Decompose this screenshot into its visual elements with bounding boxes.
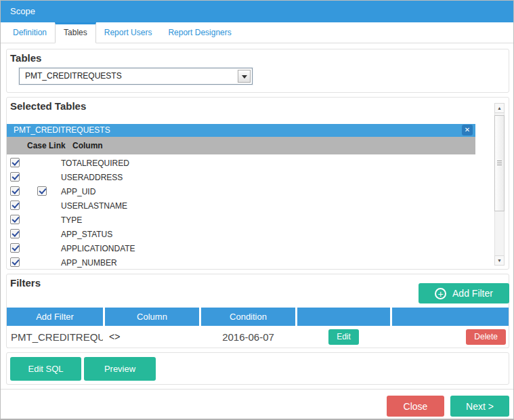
filters-section: Filters + Add Filter Add Filter Column C… <box>6 274 509 348</box>
dialog-titlebar: Scope <box>1 1 513 22</box>
case-link-checkbox[interactable] <box>37 186 47 196</box>
case-link-header: Case Link <box>27 137 66 154</box>
select-checkbox[interactable] <box>10 243 20 253</box>
column-label: USERADDRESS <box>61 173 123 182</box>
column-label: APP_STATUS <box>61 230 112 239</box>
vertical-scrollbar[interactable]: ▲ ▼ <box>494 103 505 266</box>
select-checkbox[interactable] <box>10 215 20 224</box>
edit-filter-button[interactable]: Edit <box>328 329 359 345</box>
table-row: APPLICATIONDATE <box>7 241 475 255</box>
filters-header-condition: Condition <box>201 308 295 326</box>
scroll-down-button[interactable]: ▼ <box>494 255 505 266</box>
delete-filter-button[interactable]: Delete <box>466 329 506 345</box>
table-row: TOTALREQUIRED <box>7 156 475 170</box>
edit-sql-button[interactable]: Edit SQL <box>10 357 81 381</box>
tables-dropdown-value: PMT_CREDITREQUESTS <box>25 68 122 84</box>
column-label: APP_UID <box>61 187 95 196</box>
tables-heading: Tables <box>10 52 41 64</box>
tables-dropdown-arrow-button[interactable] <box>238 70 251 83</box>
column-label: USERLASTNAME <box>61 201 127 211</box>
table-row: TYPE <box>7 213 475 227</box>
remove-table-button[interactable]: ✕ <box>462 125 473 135</box>
dialog-title: Scope <box>10 1 35 22</box>
selected-table-title: PMT_CREDITREQUESTS <box>14 124 110 137</box>
column-rows: TOTALREQUIRED USERADDRESS APP_UID USERLA… <box>7 156 475 270</box>
filters-table-header: Add Filter Column Condition <box>7 308 509 326</box>
filter-row: PMT_CREDITREQU... <> 2016-06-07 Edit Del… <box>7 326 509 348</box>
selected-table-titlebar: PMT_CREDITREQUESTS ✕ <box>7 124 475 137</box>
scroll-down-icon: ▼ <box>497 258 502 263</box>
scope-dialog: Scope Definition Tables Report Users Rep… <box>0 0 514 420</box>
close-button[interactable]: Close <box>387 396 444 417</box>
footer-divider <box>1 389 513 390</box>
select-checkbox[interactable] <box>10 229 20 238</box>
table-row: USERADDRESS <box>7 170 475 184</box>
tab-report-users[interactable]: Report Users <box>96 22 160 43</box>
filter-condition-value: 2016-06-07 <box>201 331 295 343</box>
filter-column-value: <> <box>105 331 199 342</box>
tab-definition[interactable]: Definition <box>5 22 55 43</box>
add-filter-label: Add Filter <box>452 288 493 299</box>
chevron-down-icon <box>242 75 247 79</box>
plus-circle-icon: + <box>435 288 446 299</box>
table-row: APP_STATUS <box>7 227 475 241</box>
selected-table-header: Case Link Column <box>7 137 475 154</box>
add-filter-button[interactable]: + Add Filter <box>419 283 509 303</box>
tab-bar: Definition Tables Report Users Report De… <box>1 22 513 43</box>
tables-section: Tables PMT_CREDITREQUESTS <box>6 49 509 93</box>
filter-table-name: PMT_CREDITREQU... <box>7 331 103 343</box>
select-checkbox[interactable] <box>10 201 20 210</box>
filters-header-add-filter: Add Filter <box>7 308 103 326</box>
selected-tables-heading: Selected Tables <box>10 100 86 112</box>
column-label: APPLICATIONDATE <box>61 244 135 253</box>
filters-header-column: Column <box>105 308 199 326</box>
scroll-up-button[interactable]: ▲ <box>494 103 505 113</box>
select-checkbox[interactable] <box>10 172 20 182</box>
preview-button[interactable]: Preview <box>84 357 156 381</box>
select-checkbox[interactable] <box>10 257 20 267</box>
column-label: TOTALREQUIRED <box>61 159 129 168</box>
column-header: Column <box>72 137 103 154</box>
filters-heading: Filters <box>10 277 41 289</box>
table-row: APP_UID <box>7 184 475 198</box>
sql-actions-section: Edit SQL Preview <box>6 352 509 385</box>
tab-report-designers[interactable]: Report Designers <box>160 22 239 43</box>
column-label: TYPE <box>61 215 82 225</box>
tables-dropdown[interactable]: PMT_CREDITREQUESTS <box>19 68 253 85</box>
scroll-up-icon: ▲ <box>497 106 502 110</box>
next-button[interactable]: Next > <box>450 396 509 417</box>
table-row: APP_NUMBER <box>7 255 475 270</box>
select-checkbox[interactable] <box>10 186 20 196</box>
filters-header-empty-2 <box>392 308 509 326</box>
scrollbar-thumb[interactable] <box>494 115 505 211</box>
tab-tables[interactable]: Tables <box>55 22 96 43</box>
column-label: APP_NUMBER <box>61 258 117 268</box>
select-checkbox[interactable] <box>10 158 20 167</box>
close-icon: ✕ <box>465 126 470 133</box>
filters-table: Add Filter Column Condition PMT_CREDITRE… <box>7 308 509 348</box>
selected-tables-section: Selected Tables PMT_CREDITREQUESTS ✕ Cas… <box>6 97 509 270</box>
filters-header-empty-1 <box>297 308 390 326</box>
table-row: USERLASTNAME <box>7 198 475 213</box>
